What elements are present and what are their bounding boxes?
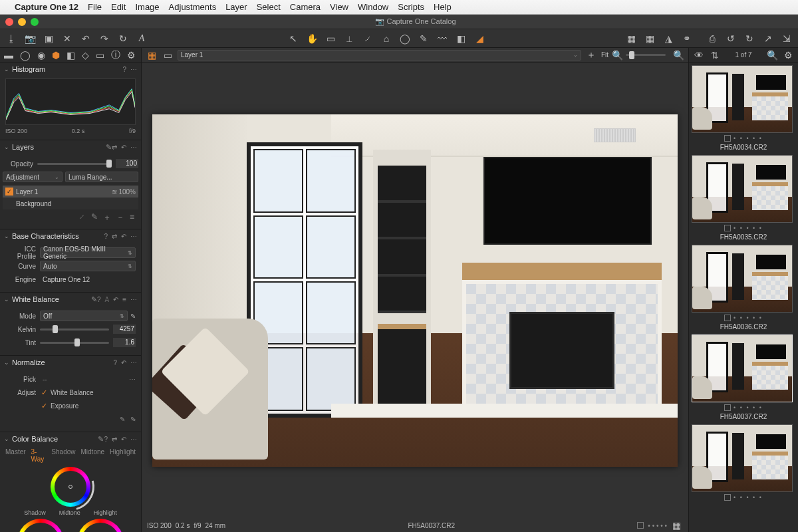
help-icon[interactable]: ? [122, 66, 126, 73]
color-tag[interactable] [724, 135, 731, 142]
capture-icon[interactable]: 📷 [24, 33, 36, 45]
rating-dots[interactable]: • • • • • [648, 522, 667, 529]
color-tag[interactable] [724, 494, 731, 501]
search-icon[interactable]: 🔍 [766, 49, 778, 61]
copy-icon[interactable]: ⇄ [112, 144, 117, 151]
metadata-tab-icon[interactable]: ⓘ [111, 49, 120, 61]
close-icon[interactable] [5, 18, 13, 26]
picker-icon[interactable]: ✎ [120, 416, 125, 423]
keystone-icon[interactable]: ⌂ [380, 33, 392, 45]
midtone-wheel[interactable] [51, 467, 90, 507]
color-tag[interactable] [724, 404, 731, 411]
rating-dots[interactable]: • • • • • [733, 315, 763, 321]
eraser-icon[interactable]: ◧ [455, 33, 467, 45]
color-tag[interactable] [724, 315, 731, 321]
minimize-icon[interactable] [18, 18, 26, 26]
preview-icon[interactable]: ⚭ [681, 33, 693, 45]
opacity-slider[interactable] [37, 159, 112, 168]
eraser-icon[interactable]: ✎ [91, 212, 98, 223]
redo-icon[interactable]: ↷ [98, 33, 110, 45]
zoom-in-icon[interactable]: 🔍 [672, 49, 684, 61]
layer-type-select[interactable]: Adjustment⌄ [3, 172, 63, 182]
color-balance-header[interactable]: ⌄Color Balance✎ ?⇄↶⋯ [0, 432, 141, 446]
exposure-tab-icon[interactable]: ◧ [66, 49, 75, 61]
histogram-header[interactable]: ⌄Histogram ?⋯ [0, 63, 141, 76]
thumbnail-item[interactable]: • • • • •FH5A0035.CR2 [692, 155, 795, 241]
menu-help[interactable]: Help [434, 2, 452, 12]
sort-icon[interactable]: ⇅ [709, 49, 721, 61]
hand-icon[interactable]: ✋ [306, 33, 318, 45]
output-tab-icon[interactable]: ⚙ [127, 49, 136, 61]
cb-tab-shadow[interactable]: Shadow [51, 448, 75, 463]
library-tab-icon[interactable]: ▬ [4, 49, 13, 61]
thumbnail-item[interactable]: • • • • • [692, 424, 795, 503]
variant-icon[interactable]: ▦ [671, 519, 683, 531]
brush-icon[interactable]: 〰 [436, 33, 448, 45]
straighten-icon[interactable]: ⟋ [362, 33, 374, 45]
import-icon[interactable]: ⭳ [5, 33, 17, 45]
color-tag[interactable] [724, 225, 731, 231]
zoom-slider[interactable] [626, 51, 666, 60]
menu-scripts[interactable]: Scripts [398, 2, 424, 12]
single-view-icon[interactable]: ▭ [162, 49, 174, 61]
menu-image[interactable]: Image [135, 2, 159, 12]
reset-icon[interactable]: ↶ [121, 144, 126, 151]
cursor-icon[interactable]: ↖ [287, 33, 299, 45]
shadow-wheel[interactable] [17, 519, 64, 532]
tint-slider[interactable] [40, 338, 109, 347]
focus-mask-icon[interactable]: ◮ [662, 33, 674, 45]
menu-icon[interactable]: ⋯ [130, 144, 137, 151]
normalize-header[interactable]: ⌄Normalize ?↶⋯ [0, 356, 141, 369]
highlight-wheel[interactable] [77, 519, 124, 532]
menu-adjustments[interactable]: Adjustments [169, 2, 217, 12]
zoom-out-icon[interactable]: 🔍 [611, 49, 623, 61]
annotate-icon[interactable]: A [136, 33, 148, 45]
base-char-header[interactable]: ⌄Base Characteristics ?⇄↶⋯ [0, 229, 141, 243]
check-icon[interactable]: ✓ [5, 188, 13, 196]
brush-icon[interactable]: ⟋ [78, 212, 86, 223]
menu-icon[interactable]: ⋯ [130, 66, 137, 73]
add-layer-icon[interactable]: ＋ [103, 212, 111, 223]
rating-dots[interactable]: • • • • • [733, 494, 763, 501]
folder-icon[interactable]: ▣ [43, 33, 55, 45]
grid-icon[interactable]: ▦ [644, 33, 656, 45]
menu-select[interactable]: Select [257, 2, 281, 12]
opacity-value[interactable]: 100 [116, 159, 138, 168]
app-name[interactable]: Capture One 12 [15, 2, 78, 12]
layer-item[interactable]: Background [3, 198, 138, 209]
undo-icon[interactable]: ↶ [80, 33, 92, 45]
rating-dots[interactable]: • • • • • [733, 225, 763, 231]
check-icon[interactable]: ✓ [40, 402, 48, 410]
capture-tab-icon[interactable]: ◯ [20, 49, 31, 61]
rating-dots[interactable]: • • • • • [733, 135, 763, 142]
layers-header[interactable]: ⌄Layers✎ ⇄↶⋯ [0, 140, 141, 154]
curve-select[interactable]: Auto⇅ [40, 261, 136, 271]
apply-icon[interactable]: ✎̶ [130, 416, 136, 423]
edit-with-icon[interactable]: ⇲ [781, 33, 793, 45]
layer-item[interactable]: ✓ Layer 1 ≋ 100% [3, 186, 138, 198]
gradient-icon[interactable]: ◢ [473, 33, 485, 45]
cb-tab-highlight[interactable]: Highlight [110, 448, 136, 463]
menu-edit[interactable]: Edit [111, 2, 126, 12]
layer-menu-icon[interactable]: ≡ [130, 212, 134, 223]
wb-mode-select[interactable]: Off⇅ [40, 311, 128, 321]
fit-label[interactable]: Fit [601, 51, 608, 59]
details-tab-icon[interactable]: ◇ [82, 49, 89, 61]
zoom-icon[interactable] [31, 18, 39, 26]
process-icon[interactable]: ↗ [762, 33, 774, 45]
multi-view-icon[interactable]: ▦ [146, 49, 158, 61]
wb-header[interactable]: ⌄White Balance✎ ?A↶≡⋯ [0, 293, 141, 306]
filter-icon[interactable]: ⚙ [782, 49, 794, 61]
thumbnail-item[interactable]: • • • • •FH5A0034.CR2 [692, 65, 795, 151]
color-tab-icon[interactable]: ⬢ [52, 49, 60, 61]
menu-file[interactable]: File [88, 2, 102, 12]
exposure-warn-icon[interactable]: ▦ [625, 33, 637, 45]
tint-value[interactable]: 1.6 [113, 338, 136, 347]
reset-icon[interactable]: ↻ [117, 33, 129, 45]
menu-view[interactable]: View [330, 2, 348, 12]
luma-range-button[interactable]: Luma Range... [65, 172, 138, 182]
thumbnail-item[interactable]: • • • • •FH5A0037.CR2 [692, 334, 795, 420]
add-icon[interactable]: ＋ [585, 49, 597, 61]
menu-layer[interactable]: Layer [225, 2, 247, 12]
reset-icon[interactable]: ⋯ [129, 376, 136, 383]
